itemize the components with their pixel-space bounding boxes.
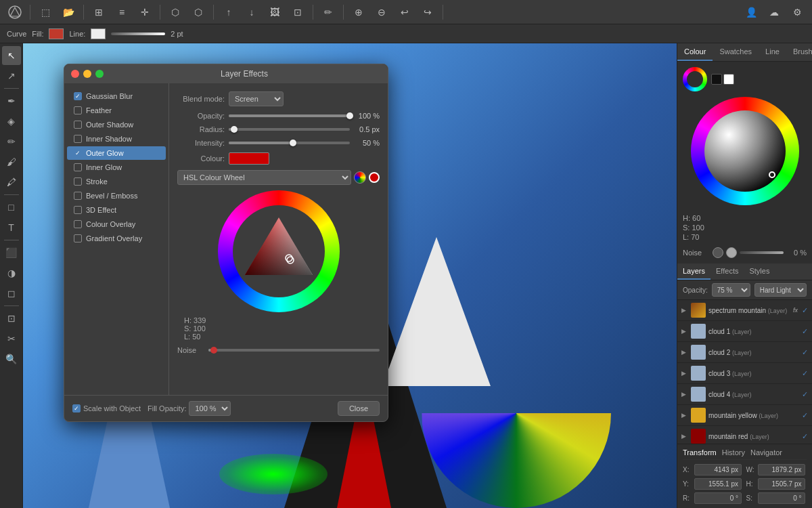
direct-select-tool[interactable]: ↗	[2, 66, 21, 85]
effect-inner-glow[interactable]: Inner Glow	[67, 161, 166, 174]
main-color-wheel[interactable]	[691, 97, 799, 205]
hue-sq-white[interactable]	[723, 74, 734, 85]
close-button[interactable]: Close	[338, 401, 380, 416]
expand-icon-cloud1[interactable]: ▶	[681, 328, 688, 335]
noise-panel-slider[interactable]	[740, 251, 784, 254]
effect-feather[interactable]: Feather	[67, 104, 166, 117]
layer-vis-cloud3[interactable]: ✓	[802, 369, 808, 378]
dialog-close-button[interactable]	[71, 70, 79, 78]
expand-icon-mountain-red[interactable]: ▶	[681, 433, 688, 440]
select-tool[interactable]: ↖	[2, 46, 21, 65]
layer-item-cloud4[interactable]: ▶ cloud 4 (Layer) ✓	[677, 384, 812, 405]
undo-icon[interactable]: ↩	[395, 3, 414, 22]
color-wheel-canvas[interactable]	[218, 190, 340, 312]
colour-swatch[interactable]	[229, 152, 269, 165]
transform-tab-transform[interactable]: Transform	[683, 448, 717, 457]
tab-brushes[interactable]: Brushes	[786, 43, 812, 61]
blend-mode-select[interactable]: Screen Normal Multiply Hard Light	[229, 91, 284, 106]
effect-checkbox-inner-glow[interactable]	[74, 163, 82, 171]
y-input[interactable]	[694, 478, 742, 490]
open-icon[interactable]: 📂	[59, 3, 78, 22]
opacity-slider[interactable]	[229, 114, 350, 117]
expand-icon[interactable]: ▶	[681, 307, 688, 314]
h-input[interactable]	[758, 478, 805, 490]
tab-effects[interactable]: Effects	[710, 263, 744, 280]
effect-checkbox-outer-shadow[interactable]	[74, 121, 82, 129]
r-input[interactable]	[694, 492, 742, 504]
image-icon[interactable]: 🖼	[265, 3, 284, 22]
effect-checkbox-3d-effect[interactable]	[74, 206, 82, 214]
effect-checkbox-stroke[interactable]	[74, 177, 82, 186]
effect-checkbox-bevel-emboss[interactable]	[74, 192, 82, 200]
paint-tool[interactable]: 🖍	[2, 173, 21, 192]
effect-checkbox-colour-overlay[interactable]	[74, 220, 82, 228]
shape-tool[interactable]: □	[2, 198, 21, 217]
layer-item-mountain-yellow[interactable]: ▶ mountain yellow (Layer) ✓	[677, 405, 812, 426]
pen-icon[interactable]: ✏	[319, 3, 338, 22]
dialog-minimize-button[interactable]	[83, 70, 91, 78]
effect-checkbox-outer-glow[interactable]: ✓	[74, 149, 82, 157]
embed-icon[interactable]: ⊡	[288, 3, 307, 22]
expand-icon-cloud4[interactable]: ▶	[681, 391, 688, 398]
radius-slider[interactable]	[229, 128, 350, 131]
tab-layers[interactable]: Layers	[677, 263, 710, 280]
tab-styles[interactable]: Styles	[744, 263, 775, 280]
canvas-area[interactable]: Layer Effects ✓ Gaussian Blur Feather	[23, 43, 677, 508]
grid-icon[interactable]: ⊞	[89, 3, 108, 22]
effect-stroke[interactable]: Stroke	[67, 175, 166, 188]
x-input[interactable]	[694, 464, 742, 475]
crop-tool[interactable]: ⊡	[2, 309, 21, 328]
tab-swatches[interactable]: Swatches	[713, 43, 759, 61]
scale-with-object-check[interactable]: ✓ Scale with Object	[72, 404, 141, 412]
layer-item-cloud1[interactable]: ▶ cloud 1 (Layer) ✓	[677, 321, 812, 342]
fill-opacity-select[interactable]: 100 % 75 % 50 %	[189, 401, 231, 416]
effect-bevel-emboss[interactable]: Bevel / Emboss	[67, 189, 166, 203]
align-icon[interactable]: ≡	[112, 3, 131, 22]
expand-icon-cloud2[interactable]: ▶	[681, 349, 688, 356]
s-input[interactable]	[758, 492, 805, 504]
zoom-tool[interactable]: 🔍	[2, 350, 21, 368]
layer-item-cloud3[interactable]: ▶ cloud 3 (Layer) ✓	[677, 363, 812, 384]
pen-tool[interactable]: ✒	[2, 91, 21, 110]
noise-circle-icon[interactable]	[713, 247, 723, 258]
zoom-out-icon[interactable]: ⊖	[372, 3, 391, 22]
text-tool[interactable]: T	[2, 218, 21, 237]
effect-outer-shadow[interactable]: Outer Shadow	[67, 118, 166, 131]
noise-circle-2-icon[interactable]	[726, 247, 737, 258]
layer-item-cloud2[interactable]: ▶ cloud 2 (Layer) ✓	[677, 342, 812, 363]
effect-outer-glow[interactable]: ✓ Outer Glow	[67, 146, 166, 160]
effect-gradient-overlay[interactable]: Gradient Overlay	[67, 232, 166, 245]
node-tool[interactable]: ◈	[2, 112, 21, 131]
tab-line[interactable]: Line	[759, 43, 786, 61]
dialog-maximize-button[interactable]	[95, 70, 104, 78]
tab-colour[interactable]: Colour	[677, 43, 713, 61]
eyedropper-icon[interactable]	[354, 171, 366, 184]
cloud-icon[interactable]: ☁	[765, 3, 784, 22]
user-icon[interactable]: 👤	[742, 3, 761, 22]
gradient-tool[interactable]: ◑	[2, 263, 21, 282]
layer-vis-cloud4[interactable]: ✓	[802, 390, 808, 399]
app-logo-icon[interactable]	[5, 3, 24, 22]
new-icon[interactable]: ⬚	[36, 3, 55, 22]
effect-3d-effect[interactable]: 3D Effect	[67, 203, 166, 217]
line-weight-slider[interactable]	[111, 33, 165, 35]
effect-gaussian-blur[interactable]: ✓ Gaussian Blur	[67, 89, 166, 103]
transform-icon[interactable]: ⬡	[166, 3, 185, 22]
transparency-tool[interactable]: ◻	[2, 284, 21, 303]
hue-sq-black[interactable]	[711, 74, 722, 85]
import-icon[interactable]: ↓	[242, 3, 261, 22]
expand-icon-cloud3[interactable]: ▶	[681, 370, 688, 377]
blend-mode-select-layers[interactable]: Hard Light Normal Screen Multiply	[754, 283, 807, 297]
mirror-icon[interactable]: ⬡	[189, 3, 208, 22]
effect-checkbox-gradient-overlay[interactable]	[74, 234, 82, 242]
layer-vis-mountain-red[interactable]: ✓	[802, 432, 808, 441]
layer-vis-cloud2[interactable]: ✓	[802, 348, 808, 357]
color-wheel-select[interactable]: HSL Colour Wheel RGB Sliders CMYK Slider…	[177, 170, 351, 185]
line-swatch[interactable]	[91, 28, 106, 39]
brush-tool[interactable]: 🖌	[2, 152, 21, 171]
snap-icon[interactable]: ✛	[135, 3, 154, 22]
effect-checkbox-gaussian-blur[interactable]: ✓	[74, 92, 82, 100]
expand-icon-mountain-yellow[interactable]: ▶	[681, 412, 688, 419]
pencil-tool[interactable]: ✏	[2, 132, 21, 151]
settings-icon[interactable]: ⚙	[788, 3, 807, 22]
